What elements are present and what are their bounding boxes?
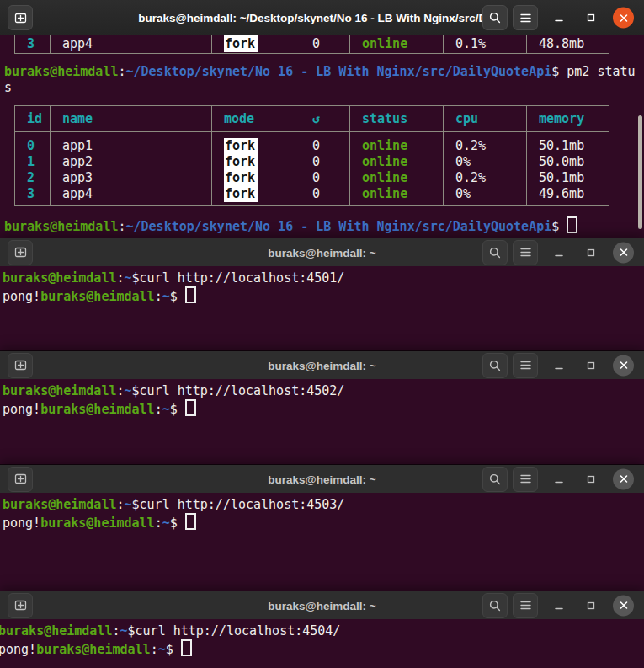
new-tab-button[interactable] — [8, 353, 33, 378]
pm2-status-table: id name mode ↺ status cpu memory 0 app1 … — [14, 105, 609, 206]
table-row: 2 app3 fork 0 online 0.2% 50.1mb — [15, 170, 609, 186]
maximize-icon — [585, 473, 597, 485]
close-button[interactable] — [613, 468, 634, 489]
table-cell-status: online — [350, 186, 444, 206]
table-cell-id: 3 — [15, 186, 51, 206]
response-line: pong!buraks@heimdall:~$ — [3, 286, 644, 305]
table-cell-restart: 0 — [295, 170, 350, 186]
new-tab-button[interactable] — [8, 5, 33, 30]
minimize-button[interactable] — [550, 596, 568, 615]
prompt-colon: : — [151, 642, 158, 657]
command-wrap-line: s — [4, 80, 644, 96]
table-cell-memory: 49.6mb — [527, 186, 609, 206]
prompt-user: buraks@heimdall — [4, 219, 118, 234]
window-title: buraks@heimdall: ~ — [268, 359, 375, 371]
prompt-user: buraks@heimdall — [0, 623, 112, 639]
table-header-row: id name mode ↺ status cpu memory — [15, 106, 609, 132]
response-text: pong! — [3, 289, 40, 304]
prompt-dollar: $ — [551, 219, 559, 234]
minimize-button[interactable] — [550, 470, 568, 489]
hamburger-icon — [519, 600, 532, 611]
prompt-line: buraks@heimdall:~/Desktop/skynet/No 16 -… — [4, 64, 644, 80]
hamburger-icon — [519, 473, 532, 484]
menu-button[interactable] — [513, 5, 538, 30]
maximize-button[interactable] — [582, 356, 600, 375]
terminal-content[interactable]: buraks@heimdall:~$curl http://localhost:… — [0, 493, 644, 591]
new-tab-icon — [13, 598, 28, 612]
menu-button[interactable] — [513, 353, 538, 378]
titlebar[interactable]: buraks@heimdall: ~ — [0, 591, 644, 619]
table-cell-name: app2 — [51, 154, 212, 170]
prompt-user: buraks@heimdall — [36, 642, 150, 657]
close-button[interactable] — [613, 242, 634, 263]
maximize-icon — [585, 12, 597, 24]
prompt-dollar: $ — [132, 497, 140, 512]
new-tab-button[interactable] — [8, 593, 33, 618]
maximize-button[interactable] — [582, 8, 600, 27]
table-row: 1 app2 fork 0 online 0% 50.0mb — [15, 154, 609, 170]
table-header-status: status — [350, 106, 444, 132]
titlebar[interactable]: buraks@heimdall: ~ — [0, 238, 644, 266]
maximize-button[interactable] — [582, 470, 600, 489]
table-cell-cpu: 0% — [444, 154, 527, 170]
command-text: curl http://localhost:4504/ — [136, 623, 341, 639]
prompt-dollar: $ — [166, 642, 173, 657]
close-button[interactable] — [613, 595, 634, 616]
minimize-button[interactable] — [550, 243, 568, 262]
search-button[interactable] — [482, 353, 508, 378]
titlebar[interactable]: buraks@heimdall: ~ — [0, 351, 644, 379]
terminal-content[interactable]: 3 app4 fork 0 online 0.1% 48.8mb buraks@… — [0, 35, 644, 238]
prompt-colon: : — [118, 64, 125, 79]
table-cell-restart: 0 — [295, 186, 350, 206]
table-header-mode: mode — [212, 106, 295, 132]
table-cell-memory: 50.0mb — [527, 154, 609, 170]
close-button[interactable] — [613, 355, 634, 376]
close-icon — [619, 601, 629, 611]
table-cell-status: online — [350, 154, 444, 170]
prompt-user: buraks@heimdall — [3, 383, 116, 398]
new-tab-button[interactable] — [8, 240, 33, 265]
maximize-icon — [585, 247, 597, 259]
minimize-button[interactable] — [550, 356, 568, 375]
prompt-colon: : — [155, 289, 162, 304]
prompt-user: buraks@heimdall — [4, 64, 118, 79]
prompt-colon: : — [155, 516, 162, 531]
table-cell-cpu: 0.2% — [444, 170, 527, 186]
new-tab-button[interactable] — [8, 467, 33, 492]
search-icon — [488, 11, 502, 24]
search-button[interactable] — [482, 5, 508, 30]
titlebar[interactable]: buraks@heimdall: ~ — [0, 465, 644, 493]
search-button[interactable] — [482, 593, 508, 618]
table-cell-name: app4 — [51, 35, 212, 54]
command-text: pm2 statu — [559, 64, 635, 79]
titlebar[interactable]: buraks@heimdall: ~/Desktop/skynet/No 16 … — [0, 0, 644, 35]
prompt-dollar: $ — [132, 270, 140, 286]
terminal-content[interactable]: buraks@heimdall:~$curl http://localhost:… — [0, 379, 644, 465]
new-tab-icon — [13, 472, 28, 486]
table-cell-name: app4 — [51, 186, 212, 206]
maximize-button[interactable] — [582, 243, 600, 262]
terminal-content[interactable]: buraks@heimdall:~$curl http://localhost:… — [0, 619, 644, 668]
terminal-cursor — [185, 513, 196, 530]
search-button[interactable] — [482, 240, 508, 265]
search-icon — [488, 359, 502, 372]
prompt-line: buraks@heimdall:~/Desktop/skynet/No 16 -… — [4, 216, 644, 235]
prompt-user: buraks@heimdall — [40, 402, 154, 417]
table-cell-restart: 0 — [295, 154, 350, 170]
terminal-content[interactable]: buraks@heimdall:~$curl http://localhost:… — [0, 266, 644, 351]
menu-button[interactable] — [513, 467, 538, 492]
new-tab-icon — [13, 245, 28, 259]
maximize-button[interactable] — [582, 596, 600, 615]
menu-button[interactable] — [513, 593, 538, 618]
window-title: buraks@heimdall: ~ — [268, 599, 375, 612]
pm2-status-table-partial: 3 app4 fork 0 online 0.1% 48.8mb — [14, 35, 609, 54]
prompt-line: buraks@heimdall:~$curl http://localhost:… — [3, 497, 644, 513]
close-button[interactable] — [613, 8, 634, 29]
maximize-icon — [585, 360, 597, 371]
minimize-button[interactable] — [550, 8, 568, 27]
window-title: buraks@heimdall: ~ — [268, 246, 375, 259]
menu-button[interactable] — [513, 240, 538, 265]
scrollbar-thumb[interactable] — [638, 115, 642, 229]
search-button[interactable] — [482, 467, 508, 492]
prompt-dollar: $ — [551, 64, 559, 79]
